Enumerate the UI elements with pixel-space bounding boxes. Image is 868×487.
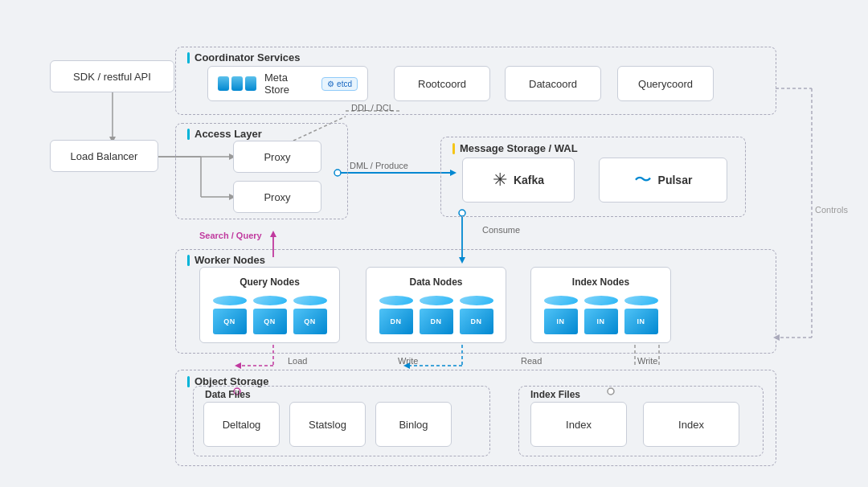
kafka-box: ✳ Kafka — [462, 158, 575, 203]
meta-store-box: Meta Store ⚙ etcd — [207, 66, 368, 101]
ddl-dcl-label: DDL / DCL — [351, 103, 394, 113]
index-files-label: Index Files — [530, 389, 580, 400]
controls-label: Controls — [815, 205, 848, 215]
statslog-box: Statslog — [289, 402, 366, 447]
dn-cylinder-2: DN — [420, 296, 453, 334]
proxy2-box: Proxy — [233, 181, 321, 213]
index-nodes-label: Index Nodes — [572, 276, 629, 288]
coordinator-services-label: Coordinator Services — [187, 51, 301, 63]
binlog-box: Binlog — [375, 402, 452, 447]
index2-label: Index — [678, 419, 704, 431]
db-icon — [218, 76, 256, 91]
etcd-badge: ⚙ etcd — [321, 77, 358, 91]
architecture-diagram: SDK / restful API Load Balancer Coordina… — [0, 0, 868, 487]
rootcoord-label: Rootcoord — [418, 78, 466, 90]
data-nodes-cylinders: DN DN DN — [379, 296, 493, 334]
data-nodes-box: Data Nodes DN DN DN — [366, 267, 506, 343]
search-query-label: Search / Query — [199, 231, 262, 240]
svg-marker-13 — [270, 231, 276, 237]
in-cylinder-3: IN — [624, 296, 658, 334]
write1-label: Write — [398, 356, 418, 366]
qn-cylinder-2: QN — [253, 296, 287, 334]
sdk-api-box: SDK / restful API — [50, 60, 174, 92]
kafka-label: Kafka — [514, 174, 544, 186]
qn-cylinder-3: QN — [293, 296, 327, 334]
load-balancer-label: Load Balancer — [71, 150, 138, 162]
qn-cylinder-1: QN — [213, 296, 247, 334]
index2-box: Index — [643, 402, 739, 447]
index-nodes-box: Index Nodes IN IN IN — [530, 267, 671, 343]
proxy1-label: Proxy — [264, 151, 290, 163]
message-storage-label: Message Storage / WAL — [452, 142, 578, 154]
datacoord-box: Datacoord — [505, 66, 601, 101]
statslog-label: Statslog — [309, 419, 346, 431]
pulsar-box: 〜 Pulsar — [599, 158, 727, 203]
svg-marker-22 — [235, 362, 241, 369]
datacoord-label: Datacoord — [529, 78, 577, 90]
rootcoord-box: Rootcoord — [394, 66, 490, 101]
index1-label: Index — [566, 419, 592, 431]
query-nodes-cylinders: QN QN QN — [213, 296, 327, 334]
deltalog-box: Deltalog — [203, 402, 280, 447]
data-nodes-label: Data Nodes — [409, 276, 462, 288]
meta-store-label: Meta Store — [264, 72, 313, 96]
querycoord-box: Querycoord — [617, 66, 714, 101]
load-label: Load — [288, 356, 307, 366]
pulsar-icon: 〜 — [634, 168, 652, 192]
sdk-label: SDK / restful API — [73, 71, 151, 83]
proxy1-box: Proxy — [233, 141, 321, 173]
access-layer-label: Access Layer — [187, 128, 262, 140]
query-nodes-box: Query Nodes QN QN QN — [199, 267, 340, 343]
proxy2-label: Proxy — [264, 191, 290, 203]
pulsar-label: Pulsar — [658, 174, 693, 186]
worker-nodes-label: Worker Nodes — [187, 254, 265, 266]
querycoord-label: Querycoord — [638, 78, 693, 90]
binlog-label: Binlog — [399, 419, 428, 431]
in-cylinder-2: IN — [584, 296, 618, 334]
load-balancer-box: Load Balancer — [50, 140, 158, 172]
dn-cylinder-1: DN — [379, 296, 413, 334]
query-nodes-label: Query Nodes — [240, 276, 300, 288]
consume-label: Consume — [482, 225, 520, 235]
read-label: Read — [521, 356, 542, 366]
write2-label: Write — [637, 356, 657, 366]
kafka-icon: ✳ — [493, 170, 507, 190]
deltalog-label: Deltalog — [223, 419, 261, 431]
in-cylinder-1: IN — [544, 296, 578, 334]
data-files-label: Data Files — [205, 389, 251, 400]
dml-produce-label: DML / Produce — [350, 161, 408, 170]
index-nodes-cylinders: IN IN IN — [544, 296, 658, 334]
dn-cylinder-3: DN — [460, 296, 493, 334]
index1-box: Index — [530, 402, 627, 447]
